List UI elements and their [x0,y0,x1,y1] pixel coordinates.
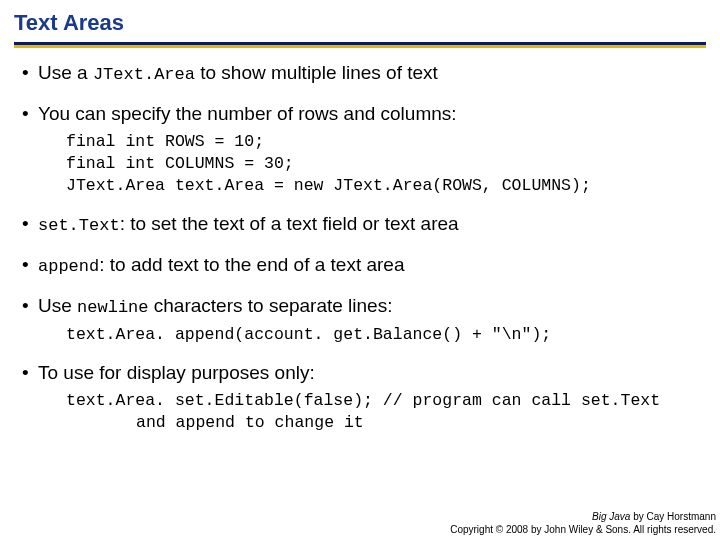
footer-copyright: Copyright © 2008 by John Wiley & Sons. A… [450,524,716,537]
bullet-text: Use a [38,62,93,83]
bullet-item: Use newline characters to separate lines… [20,293,702,346]
bullet-text: Use [38,295,77,316]
slide-body: Text Areas Use a JText.Area to show mult… [0,0,720,435]
code-inline: set.Text [38,216,120,235]
bullet-text: : to set the text of a text field or tex… [120,213,459,234]
bullet-item: To use for display purposes only: text.A… [20,360,702,434]
bullet-item: append: to add text to the end of a text… [20,252,702,279]
code-block: text.Area. append(account. get.Balance()… [66,324,702,346]
code-inline: append [38,257,99,276]
bullet-text: To use for display purposes only: [38,362,315,383]
bullet-text: You can specify the number of rows and c… [38,103,457,124]
code-block: final int ROWS = 10; final int COLUMNS =… [66,131,702,198]
footer-author: by Cay Horstmann [630,511,716,522]
code-line: and append to change it [66,412,694,434]
bullet-item: Use a JText.Area to show multiple lines … [20,60,702,87]
footer-book-title: Big Java [592,511,630,522]
slide-title: Text Areas [14,10,706,40]
footer: Big Java by Cay Horstmann Copyright © 20… [450,511,716,536]
rule-yellow [14,45,706,48]
bullet-item: You can specify the number of rows and c… [20,101,702,197]
code-inline: newline [77,298,148,317]
bullet-item: set.Text: to set the text of a text fiel… [20,211,702,238]
code-inline: JText.Area [93,65,195,84]
bullet-text: characters to separate lines: [149,295,393,316]
bullet-text: to show multiple lines of text [195,62,438,83]
code-line: text.Area. set.Editable(false); // progr… [66,391,660,410]
bullet-list: Use a JText.Area to show multiple lines … [14,60,706,435]
code-block: text.Area. set.Editable(false); // progr… [66,390,702,435]
bullet-text: : to add text to the end of a text area [99,254,404,275]
footer-line: Big Java by Cay Horstmann [450,511,716,524]
